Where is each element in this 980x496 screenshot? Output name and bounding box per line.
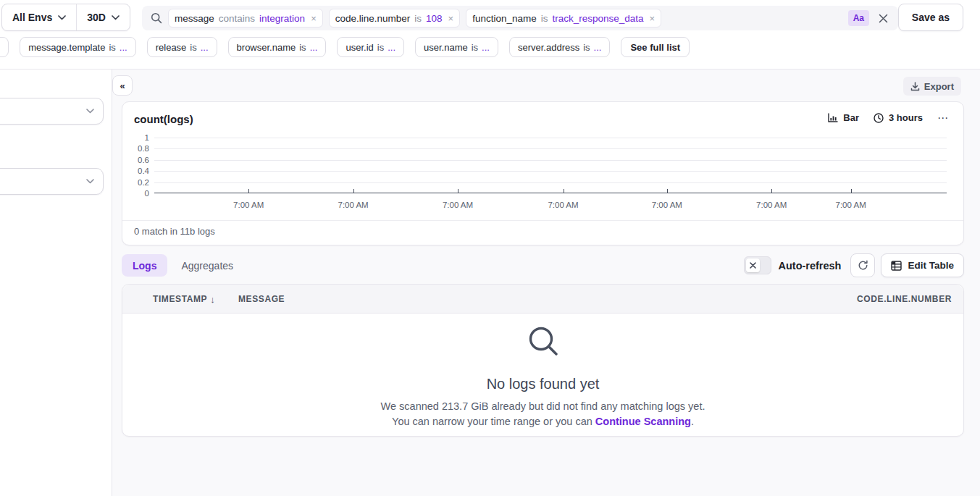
collapse-icon: « [120,80,125,91]
x-tick-label: 7:00 AM [338,201,368,209]
chart-type-label: Bar [843,112,859,123]
x-tick-label: 7:00 AM [652,201,682,209]
suggestion-chip[interactable]: is ... [0,37,9,57]
magnifier-icon [527,324,560,358]
tab-logs[interactable]: Logs [122,254,167,277]
clock-icon [874,113,884,123]
chart-title: count(logs) [134,113,193,125]
sort-descending-icon: ↓ [210,294,215,305]
search-icon [151,12,162,24]
sidebar-select-2[interactable] [0,168,104,195]
table-icon [891,261,902,271]
gridline [154,138,947,138]
bar-chart-icon [828,113,838,122]
chevron-down-icon [112,15,120,20]
collapse-sidebar-button[interactable]: « [112,75,133,96]
y-tick-label: 0 [145,189,149,198]
suggestion-chip[interactable]: server.address is ... [509,37,611,57]
gridline [154,148,947,149]
y-tick-label: 0.2 [138,178,149,187]
refresh-icon [858,260,868,271]
empty-state: No logs found yet We scanned 213.7 GiB a… [122,314,963,437]
filter-value: track_response_data [552,13,643,24]
filter-value: integration [259,13,305,24]
x-axis-tick [353,189,354,193]
refresh-button[interactable] [850,253,875,277]
filter-operator: contains [219,13,255,24]
export-label: Export [924,81,954,92]
sidebar-select-1[interactable] [0,98,104,125]
download-icon [910,82,920,91]
x-axis-tick [667,189,668,193]
chart-more-menu-icon[interactable]: ⋯ [937,112,949,123]
table-header-row: TIMESTAMP ↓ MESSAGE CODE.LINE.NUMBER [122,285,963,314]
env-date-selector-group: All Envs 30D [1,4,130,31]
suggestion-chip[interactable]: message.template is ... [20,37,135,57]
auto-refresh-label: Auto-refresh [778,260,841,272]
chart-controls: Bar 3 hours ⋯ [828,112,949,123]
suggestion-chip[interactable]: user.id is ... [337,37,404,57]
filter-key: function_name [472,13,537,24]
chevron-down-icon [86,179,94,184]
search-filter-chip[interactable]: function_name is track_response_data × [466,9,661,28]
filter-key: code.line.number [335,13,411,24]
chevron-down-icon [86,109,94,114]
date-range-selector[interactable]: 30D [76,4,130,30]
clear-search-icon[interactable] [875,10,891,26]
app-window: All Envs 30D message contains integratio… [0,0,980,496]
x-axis-tick [851,189,852,193]
x-tick-label: 7:00 AM [756,201,787,209]
x-tick-label: 7:00 AM [233,201,264,209]
y-tick-label: 0.6 [138,156,149,164]
divider [122,220,963,221]
gridline [154,182,947,183]
time-range-button[interactable]: 3 hours [874,112,923,123]
column-header-message[interactable]: MESSAGE [238,285,285,314]
filter-key: message [175,13,214,24]
search-filter-chip[interactable]: message contains integration × [168,9,323,28]
suggestion-chip[interactable]: release is ... [147,37,217,57]
x-axis-tick [458,189,458,193]
empty-state-title: No logs found yet [487,376,600,392]
x-axis-tick [564,189,564,193]
tabs-row: Logs Aggregates Auto-refresh Edit Table [122,253,964,277]
search-bar[interactable]: message contains integration × code.line… [142,6,898,30]
edit-table-button[interactable]: Edit Table [881,253,964,277]
case-sensitive-button[interactable]: Aa [848,10,869,26]
env-selector-label: All Envs [12,12,52,23]
save-as-button[interactable]: Save as [898,4,963,31]
toggle-off-icon [750,262,756,269]
column-header-timestamp[interactable]: TIMESTAMP ↓ [153,285,215,314]
edit-table-label: Edit Table [908,260,954,271]
sentence-period: . [691,416,694,427]
time-range-label: 3 hours [889,112,923,123]
remove-filter-icon[interactable]: × [648,13,656,24]
remove-filter-icon[interactable]: × [309,13,317,24]
left-sidebar [0,70,112,496]
y-tick-label: 0.4 [138,167,149,175]
search-filter-chip[interactable]: code.line.number is 108 × [329,9,460,28]
filter-value: 108 [426,13,443,24]
logs-table-card: TIMESTAMP ↓ MESSAGE CODE.LINE.NUMBER No … [122,284,964,437]
see-full-list-button[interactable]: See full list [621,37,690,57]
filter-suggestions-row: is ... message.template is ... release i… [0,37,980,57]
x-axis-tick [771,189,772,193]
suggestion-chip[interactable]: browser.name is ... [228,37,327,57]
export-button[interactable]: Export [903,77,961,96]
chevron-down-icon [58,15,66,20]
toggle-knob [746,258,760,272]
suggestion-chip[interactable]: user.name is ... [415,37,498,57]
chart-plot-area: 1 0.8 0.6 0.4 0.2 0 7:00 AM 7:00 AM 7:00… [154,138,947,193]
column-header-code-line-number[interactable]: CODE.LINE.NUMBER [857,285,952,314]
narrow-range-text: You can narrow your time range or you ca… [392,416,595,427]
auto-refresh-toggle[interactable] [744,256,771,274]
continue-scanning-link[interactable]: Continue Scanning [595,416,691,427]
x-tick-label: 7:00 AM [548,201,578,209]
chart-type-button[interactable]: Bar [828,112,859,123]
empty-state-description: We scanned 213.7 GiB already but did not… [381,399,705,429]
y-tick-label: 1 [145,133,149,142]
x-tick-label: 7:00 AM [836,201,866,209]
remove-filter-icon[interactable]: × [447,13,454,24]
env-selector[interactable]: All Envs [2,4,76,30]
tab-aggregates[interactable]: Aggregates [170,254,244,277]
